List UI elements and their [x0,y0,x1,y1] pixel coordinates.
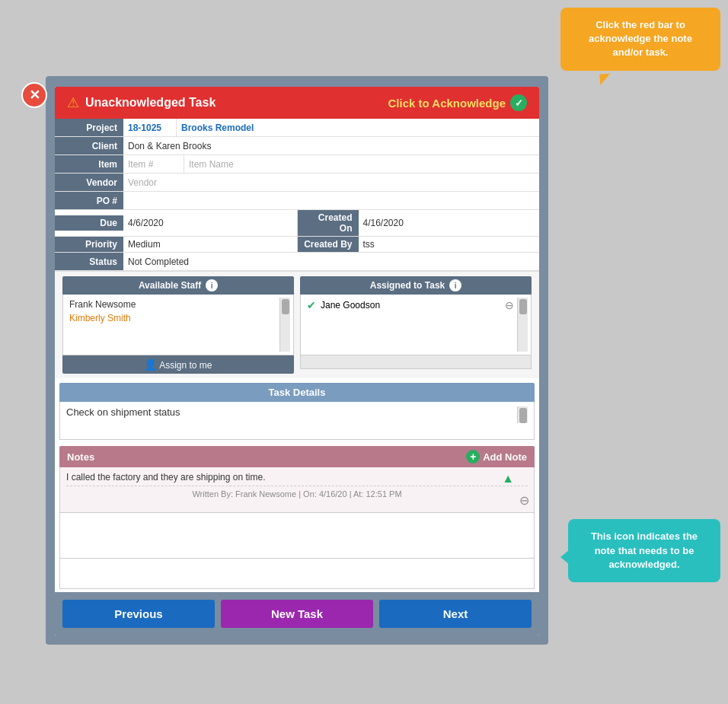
task-text: Check on shipment status [66,406,517,418]
available-staff-header: Available Staff i [62,276,294,295]
ack-link[interactable]: Click to Acknowledge ✓ [388,94,527,111]
po-row: PO # [55,192,539,210]
note-extra-area [59,513,535,559]
assigned-item-jane[interactable]: ✔ Jane Goodson ⊖ [304,298,517,313]
status-value: Not Completed [123,253,539,270]
priority-half: Priority Medium [55,237,297,252]
due-createdon-row: Due 4/6/2020 Created On 4/16/2020 [55,210,539,237]
staff-section: Available Staff i Frank Newsome Kimberly… [55,271,539,378]
note-input-area[interactable] [59,559,535,589]
due-label: Due [55,215,123,231]
footer-buttons: Previous New Task Next [55,592,539,636]
previous-button[interactable]: Previous [62,600,215,628]
tooltip-teal-text: This icon indicates the note that needs … [591,530,698,569]
ack-link-text: Click to Acknowledge [388,97,506,110]
tooltip-teal: This icon indicates the note that needs … [568,519,720,582]
po-value[interactable] [123,192,539,209]
available-staff-list: Frank Newsome Kimberly Smith [62,295,294,355]
status-row: Status Not Completed [55,253,539,271]
item-name[interactable]: Item Name [184,155,539,173]
note-remove-icon[interactable]: ⊖ [519,493,529,508]
remove-jane-icon[interactable]: ⊖ [505,299,514,311]
createdon-label: Created On [298,210,359,236]
assigned-staff-header: Assigned to Task i [300,276,532,295]
assign-to-me-label: 👤 Assign to me [144,360,212,371]
acknowledge-bar[interactable]: ⚠ Unacknowledged Task Click to Acknowled… [55,87,539,119]
assign-to-me-button[interactable]: 👤 Assign to me [62,355,294,374]
ack-title: Unacknowledged Task [85,96,388,110]
createdby-half: Created By tss [297,237,540,252]
tooltip-orange: Click the red bar to acknowledge the not… [560,8,720,71]
task-details-header: Task Details [59,383,535,402]
warning-icon: ⚠ [67,94,79,111]
project-row: Project 18-1025 Brooks Remodel [55,119,539,137]
createdon-value: 4/16/2020 [359,215,540,231]
project-name: Brooks Remodel [177,119,539,136]
item-label: Item [55,155,123,173]
assigned-staff-scrollbar[interactable] [517,298,528,352]
notes-header: Notes + Add Note [59,446,535,467]
priority-label: Priority [55,237,123,252]
close-button[interactable]: ✕ [21,82,47,108]
available-staff-title: Available Staff [139,280,201,291]
staff-item-frank[interactable]: Frank Newsome [66,298,279,311]
vendor-label: Vendor [55,174,123,191]
add-note-icon: + [466,450,480,463]
client-row: Client Don & Karen Brooks [55,137,539,155]
add-note-label: Add Note [483,451,527,463]
project-label: Project [55,119,123,136]
item-number[interactable]: Item # [123,155,184,173]
vendor-row: Vendor Vendor [55,174,539,192]
client-value: Don & Karen Brooks [123,137,539,154]
status-label: Status [55,253,123,270]
task-details-body: Check on shipment status [59,402,535,440]
due-half: Due 4/6/2020 [55,210,297,236]
tooltip-orange-text: Click the red bar to acknowledge the not… [589,19,692,58]
assigned-name-jane: Jane Goodson [321,300,380,311]
task-details-scrollbar[interactable] [517,406,528,423]
assigned-staff-list: ✔ Jane Goodson ⊖ [300,295,532,355]
add-note-button[interactable]: + Add Note [466,450,527,463]
note-warning-icon: ▲ [502,472,514,486]
assigned-check-icon: ✔ [307,299,316,311]
dialog-outer: ⚠ Unacknowledged Task Click to Acknowled… [46,76,548,645]
priority-value: Medium [123,237,297,252]
po-label: PO # [55,192,123,209]
due-value: 4/6/2020 [123,215,297,231]
project-number: 18-1025 [123,119,177,136]
vendor-value[interactable]: Vendor [123,174,539,191]
client-label: Client [55,137,123,154]
createdon-half: Created On 4/16/2020 [297,210,540,236]
assigned-staff-footer [300,355,532,369]
priority-createdby-row: Priority Medium Created By tss [55,237,539,253]
createdby-label: Created By [298,237,359,252]
assigned-staff-info-icon[interactable]: i [449,279,461,291]
assigned-staff-title: Assigned to Task [370,280,445,291]
available-staff-panel: Available Staff i Frank Newsome Kimberly… [62,276,294,374]
createdby-value: tss [359,237,540,252]
ack-check-icon: ✓ [510,94,527,111]
item-row: Item Item # Item Name [55,155,539,174]
dialog-inner: ⚠ Unacknowledged Task Click to Acknowled… [55,87,539,636]
new-task-button[interactable]: New Task [221,600,373,628]
notes-title: Notes [67,451,94,463]
note-meta: Written By: Frank Newsome | On: 4/16/20 … [66,486,528,500]
available-staff-info-icon[interactable]: i [206,279,218,291]
assigned-staff-panel: Assigned to Task i ✔ Jane Goodson ⊖ [300,276,532,374]
available-staff-scrollbar[interactable] [279,298,290,352]
note-text: I called the factory and they are shippi… [66,472,266,483]
next-button[interactable]: Next [379,600,532,628]
note-body: I called the factory and they are shippi… [59,467,535,513]
staff-item-kimberly[interactable]: Kimberly Smith [66,311,279,325]
